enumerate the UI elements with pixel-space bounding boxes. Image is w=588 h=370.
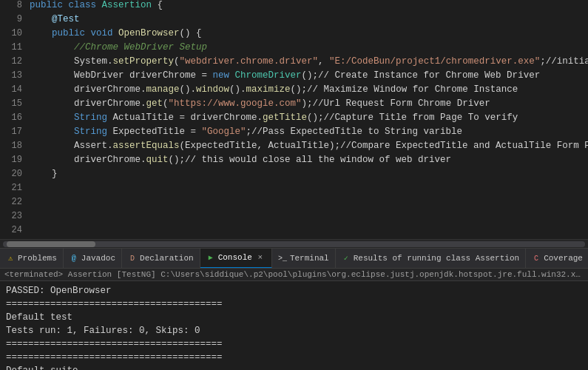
line-number: 20 — [0, 169, 30, 179]
coverage-icon: C — [532, 254, 541, 263]
line-content: Assert.assertEquals(ExpectedTitle, Actua… — [30, 141, 588, 151]
tab-label-console: Console — [218, 253, 252, 262]
line-number: 8 — [0, 0, 30, 10]
code-line: 19 driverChrome.quit();// this would clo… — [0, 155, 588, 169]
code-lines: 8public class Assertion {9 @Test10 publi… — [0, 0, 588, 239]
results-icon: ✓ — [342, 254, 351, 263]
code-line: 9 @Test — [0, 14, 588, 28]
problems-icon: ⚠ — [6, 254, 15, 263]
line-number: 10 — [0, 28, 30, 38]
line-number: 17 — [0, 127, 30, 137]
tab-coverage[interactable]: CCoverage — [526, 248, 588, 269]
console-output: PASSED: OpenBrowser=====================… — [0, 281, 588, 370]
code-line: 21 — [0, 183, 588, 197]
line-content: String ActualTitle = driverChrome.getTit… — [30, 112, 588, 123]
tab-results[interactable]: ✓Results of running class Assertion — [336, 248, 526, 269]
line-number: 13 — [0, 70, 30, 81]
tab-declaration[interactable]: DDeclaration — [122, 248, 200, 269]
tab-label-javadoc: Javadoc — [81, 254, 115, 263]
code-line: 16 String ActualTitle = driverChrome.get… — [0, 112, 588, 127]
code-line: 22 — [0, 197, 588, 211]
line-number: 12 — [0, 56, 30, 67]
tab-console[interactable]: ▶Console× — [200, 248, 272, 269]
terminal-icon: >_ — [278, 254, 287, 263]
line-number: 11 — [0, 42, 30, 53]
line-content: System.setProperty("webdriver.chrome.dri… — [30, 56, 588, 67]
tab-bar: ⚠Problems@JavadocDDeclaration▶Console×>_… — [0, 248, 588, 269]
tab-label-terminal: Terminal — [290, 254, 329, 263]
code-line: 12 System.setProperty("webdriver.chrome.… — [0, 56, 588, 70]
line-number: 18 — [0, 141, 30, 151]
line-content: } — [30, 169, 588, 179]
line-content: String ExpectedTitle = "Google";//Pass E… — [30, 127, 588, 137]
tab-javadoc[interactable]: @Javadoc — [64, 248, 122, 269]
line-number: 23 — [0, 211, 30, 221]
code-line: 18 Assert.assertEquals(ExpectedTitle, Ac… — [0, 141, 588, 155]
tab-terminal[interactable]: >_Terminal — [272, 248, 336, 269]
line-content: @Test — [30, 14, 588, 24]
console-line: ======================================= — [6, 351, 582, 364]
code-line: 13 WebDriver driverChrome = new ChromeDr… — [0, 70, 588, 84]
console-line: PASSED: OpenBrowser — [6, 284, 582, 297]
javadoc-icon: @ — [70, 254, 78, 263]
console-line: ======================================= — [6, 297, 582, 311]
tab-label-coverage: Coverage — [544, 254, 583, 263]
line-number: 14 — [0, 84, 30, 95]
code-line: 11 //Chrome WebDriver Setup — [0, 42, 588, 56]
line-number: 24 — [0, 225, 30, 235]
line-number: 15 — [0, 98, 30, 109]
code-line: 8public class Assertion { — [0, 0, 588, 14]
code-line: 14 driverChrome.manage().window().maximi… — [0, 84, 588, 98]
line-content: driverChrome.get("https://www.google.com… — [30, 98, 588, 109]
console-terminated-label: <terminated> Assertion [TestNG] C:\Users… — [0, 269, 588, 281]
line-number: 9 — [0, 14, 30, 24]
code-line: 10 public void OpenBrowser() { — [0, 28, 588, 42]
line-content: public class Assertion { — [30, 0, 588, 10]
line-content: WebDriver driverChrome = new ChromeDrive… — [30, 70, 588, 81]
code-line: 17 String ExpectedTitle = "Google";//Pas… — [0, 127, 588, 141]
code-line: 24 — [0, 225, 588, 239]
console-line: ======================================= — [6, 337, 582, 351]
tab-label-problems: Problems — [18, 254, 57, 263]
console-line: Default suite — [6, 364, 582, 370]
line-number: 21 — [0, 183, 30, 193]
tab-label-results: Results of running class Assertion — [354, 254, 519, 263]
console-line: Default test — [6, 311, 582, 324]
line-content: driverChrome.quit();// this would close … — [30, 155, 588, 165]
line-content: public void OpenBrowser() { — [30, 28, 588, 38]
horizontal-scrollbar[interactable] — [0, 239, 588, 248]
console-area: <terminated> Assertion [TestNG] C:\Users… — [0, 269, 588, 370]
console-line: Tests run: 1, Failures: 0, Skips: 0 — [6, 324, 582, 337]
tab-close-console[interactable]: × — [255, 252, 266, 263]
line-number: 16 — [0, 112, 30, 123]
line-content: //Chrome WebDriver Setup — [30, 42, 588, 53]
line-number: 22 — [0, 197, 30, 207]
declaration-icon: D — [128, 254, 137, 263]
console-icon: ▶ — [206, 253, 215, 262]
code-line: 23 — [0, 211, 588, 225]
code-line: 15 driverChrome.get("https://www.google.… — [0, 98, 588, 112]
editor-area: 8public class Assertion {9 @Test10 publi… — [0, 0, 588, 248]
line-number: 19 — [0, 155, 30, 165]
tab-label-declaration: Declaration — [140, 254, 194, 263]
line-content: driverChrome.manage().window().maximize(… — [30, 84, 588, 95]
tab-problems[interactable]: ⚠Problems — [0, 248, 64, 269]
code-line: 20 } — [0, 169, 588, 183]
